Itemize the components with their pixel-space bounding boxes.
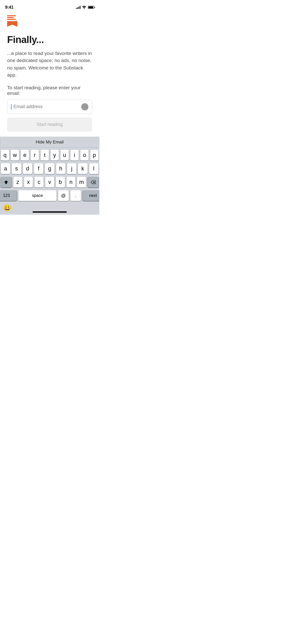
key-i[interactable]: i xyxy=(70,150,79,160)
delete-icon xyxy=(91,180,96,184)
suggestion-divider-right xyxy=(99,139,99,145)
key-v[interactable]: v xyxy=(45,177,54,187)
key-t[interactable]: t xyxy=(40,150,49,160)
subtitle-text: ...a place to read your favorite writers… xyxy=(7,50,92,79)
key-u[interactable]: u xyxy=(60,150,69,160)
keyboard-rows: q w e r t y u i o p a s d f g h j k l xyxy=(0,148,99,202)
key-s[interactable]: s xyxy=(12,163,21,174)
key-p[interactable]: p xyxy=(90,150,99,160)
key-c[interactable]: c xyxy=(34,177,44,187)
status-icons xyxy=(76,6,94,9)
bookmark-shape xyxy=(7,21,17,27)
key-r[interactable]: r xyxy=(31,150,39,160)
key-q[interactable]: q xyxy=(1,150,9,160)
email-prompt: To start reading, please enter your emai… xyxy=(7,85,92,96)
home-indicator xyxy=(33,211,67,213)
key-k[interactable]: k xyxy=(78,163,87,174)
email-input[interactable] xyxy=(13,104,81,109)
key-b[interactable]: b xyxy=(56,177,65,187)
key-h[interactable]: h xyxy=(56,163,65,174)
key-a[interactable]: a xyxy=(1,163,10,174)
shift-key[interactable] xyxy=(1,177,12,187)
key-o[interactable]: o xyxy=(80,150,89,160)
app-logo xyxy=(7,15,92,28)
key-space[interactable]: space xyxy=(18,190,57,201)
emoji-button[interactable]: 😀 xyxy=(2,203,12,213)
key-z[interactable]: z xyxy=(13,177,22,187)
svg-marker-1 xyxy=(7,21,17,27)
key-y[interactable]: y xyxy=(50,150,59,160)
key-numbers[interactable]: 123 xyxy=(0,190,17,201)
main-content: Finally... ...a place to read your favor… xyxy=(0,11,99,143)
key-e[interactable]: e xyxy=(21,150,29,160)
email-input-icon xyxy=(81,103,88,110)
delete-key[interactable] xyxy=(88,177,99,187)
key-d[interactable]: d xyxy=(23,163,32,174)
battery-icon xyxy=(88,6,94,9)
key-l[interactable]: l xyxy=(89,163,99,174)
key-x[interactable]: x xyxy=(24,177,33,187)
key-period[interactable]: . xyxy=(70,190,81,201)
key-row-1: q w e r t y u i o p xyxy=(1,150,99,160)
key-row-4: 123 space @ . next xyxy=(1,190,99,201)
substack-logo-icon xyxy=(7,15,20,28)
keyboard: Hide My Email q w e r t y u i o p a s d … xyxy=(0,137,99,215)
status-time: 9:41 xyxy=(5,5,13,10)
key-row-2: a s d f g h j k l xyxy=(1,163,99,174)
shift-icon xyxy=(4,180,8,184)
key-f[interactable]: f xyxy=(34,163,43,174)
status-bar: 9:41 xyxy=(0,0,99,11)
suggestion-text: Hide My Email xyxy=(36,140,64,145)
key-row-3: z x c v b n m xyxy=(1,177,99,187)
text-cursor xyxy=(11,104,11,110)
email-input-container[interactable] xyxy=(7,100,92,114)
key-g[interactable]: g xyxy=(45,163,54,174)
suggestion-divider-left xyxy=(0,139,0,145)
svg-point-0 xyxy=(84,8,85,9)
key-m[interactable]: m xyxy=(77,177,86,187)
key-w[interactable]: w xyxy=(11,150,19,160)
signal-bars-icon xyxy=(76,6,80,9)
key-at[interactable]: @ xyxy=(58,190,69,201)
key-n[interactable]: n xyxy=(66,177,76,187)
wifi-icon xyxy=(82,6,86,9)
page-title: Finally... xyxy=(7,35,92,45)
key-next[interactable]: next xyxy=(83,190,99,201)
key-j[interactable]: j xyxy=(67,163,76,174)
keyboard-suggestion-bar[interactable]: Hide My Email xyxy=(0,137,99,148)
start-reading-button[interactable]: Start reading xyxy=(7,118,92,132)
keyboard-bottom: 😀 xyxy=(0,202,99,215)
